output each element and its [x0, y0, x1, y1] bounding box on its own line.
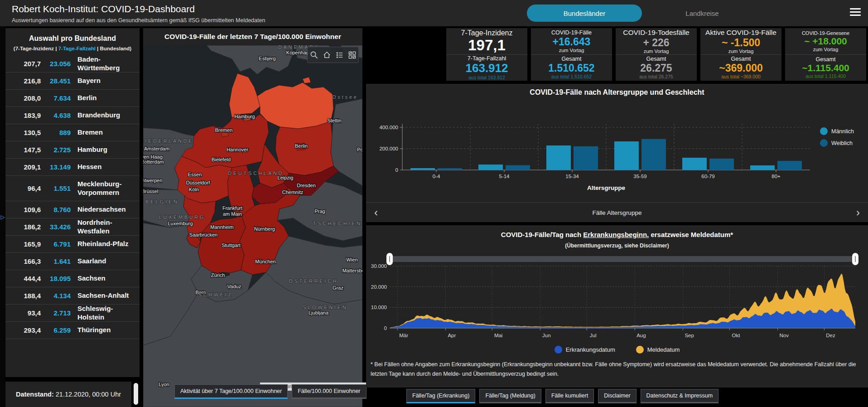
kpi-top-sub: zum Vortag — [531, 48, 612, 53]
svg-text:400.000: 400.000 — [379, 125, 398, 130]
state-row[interactable]: 444,418.095Sachsen — [5, 270, 140, 287]
bar-maennlich-15-34[interactable] — [546, 145, 571, 170]
kpi-card-2[interactable]: COVID-19-Fälle+16.643zum VortagGesamt1.5… — [531, 28, 612, 81]
map-tab-1[interactable]: Aktivität über 7 Tage/100.000 Einwohner — [174, 384, 288, 399]
map-label: Dresden — [297, 183, 316, 188]
state-row[interactable]: 216,828.451Bayern — [5, 73, 140, 90]
sidebar-scrollbar[interactable] — [134, 383, 138, 405]
state-row[interactable]: 109,68.760Niedersachsen — [5, 201, 140, 218]
state-inzidenz: 444,4 — [7, 275, 41, 282]
state-row[interactable]: 207,723.056Baden-Württemberg — [5, 55, 140, 73]
kpi-card-5[interactable]: COVID-19-Genesene~ +18.000zum VortagGesa… — [785, 28, 866, 81]
map-label: DEUTSCHLAND — [228, 170, 284, 176]
state-fallzahl: 33.426 — [41, 223, 71, 231]
map-label: Esbjerg — [259, 56, 275, 61]
toggle-landkreise[interactable]: Landkreise — [661, 5, 743, 22]
datenstand-value: 21.12.2020, 00:00 Uhr — [54, 391, 121, 398]
age-chart-pager: ‹ Fälle Altersgruppe › — [366, 202, 868, 223]
map-label: Ostsee — [332, 94, 358, 100]
kpi-bottom-sub: aus total 1.115.400 — [785, 73, 866, 79]
sidebar-title: Auswahl pro Bundesland — [5, 28, 140, 43]
kpi-card-4[interactable]: Aktive COVID-19-Fälle~ -1.500zum VortagG… — [700, 28, 781, 81]
svg-text:Okt: Okt — [732, 333, 740, 338]
state-row[interactable]: 165,96.791Rheinland-Pfalz — [5, 236, 140, 253]
kpi-bottom-label: Gesamt — [616, 56, 697, 62]
bar-maennlich-0-4[interactable] — [410, 168, 435, 170]
state-name: Niedersachsen — [77, 205, 138, 214]
search-icon[interactable] — [310, 51, 318, 59]
map-state-mecklenburg-vorpommern[interactable] — [257, 82, 333, 129]
map-label: Essen — [188, 172, 202, 177]
state-row[interactable]: 293,46.259Thüringen — [5, 322, 140, 339]
map-label: SLOWENIEN — [303, 305, 347, 310]
bar-weiblich-35-59[interactable] — [641, 139, 666, 170]
state-row[interactable]: 93,42.713Schleswig-Holstein — [5, 305, 140, 322]
map-label: Leipzig — [278, 175, 294, 180]
state-inzidenz: 207,7 — [7, 60, 41, 68]
kpi-card-1[interactable]: 7-Tage-Inzidenz197,17-Tage-Fallzahl163.9… — [446, 28, 527, 81]
bar-weiblich-60-79[interactable] — [709, 159, 734, 170]
svg-text:200.000: 200.000 — [379, 146, 398, 151]
bottom-tab-5[interactable]: Datenschutz & Impressum — [641, 389, 719, 403]
state-row[interactable]: 130,5889Bremen — [5, 124, 140, 141]
state-inzidenz: 93,4 — [7, 309, 41, 317]
toggle-bundeslaender[interactable]: Bundesländer — [527, 5, 642, 22]
svg-text:Aug: Aug — [637, 333, 646, 338]
bottom-tab-4[interactable]: Disclaimer — [598, 389, 636, 403]
bottom-tab-1[interactable]: Fälle/Tag (Erkrankung) — [406, 389, 475, 403]
bottom-tab-2[interactable]: Fälle/Tag (Meldung) — [479, 389, 541, 403]
state-row[interactable]: 186,233.426Nordrhein-Westfalen — [5, 218, 140, 236]
svg-text:Dez: Dez — [826, 333, 835, 338]
map-label: Wien — [346, 257, 357, 262]
bottom-tab-3[interactable]: Fälle kumuliert — [545, 389, 594, 403]
kpi-bottom-label: Gesamt — [531, 56, 612, 62]
kpi-top-value: ~ -1.500 — [700, 37, 781, 48]
state-row[interactable]: 208,07.634Berlin — [5, 90, 140, 107]
state-inzidenz: 208,0 — [7, 94, 41, 102]
map-label: LUXEMBURG — [159, 214, 206, 220]
panel-expander-chevron-icon[interactable]: ▷ — [0, 212, 5, 222]
map-label: Vaduz — [227, 284, 241, 289]
bar-weiblich-15-34[interactable] — [574, 146, 598, 170]
state-row[interactable]: 209,113.149Hessen — [5, 159, 140, 176]
svg-text:20.000: 20.000 — [371, 284, 387, 290]
svg-text:Jul: Jul — [590, 333, 597, 338]
state-name: Sachsen — [77, 274, 138, 283]
kpi-top: COVID-19-Fälle+16.643zum Vortag — [531, 28, 612, 54]
legend-label: Meldedatum — [647, 346, 680, 353]
state-row[interactable]: 147,52.725Hamburg — [5, 141, 140, 159]
state-fallzahl: 23.056 — [41, 60, 71, 68]
menu-hamburger-icon[interactable] — [850, 8, 861, 17]
bar-weiblich-5-14[interactable] — [506, 165, 530, 170]
header: Robert Koch-Institut: COVID-19-Dashboard… — [0, 0, 868, 26]
state-row[interactable]: 96,41.551Mecklenburg-Vorpommern — [5, 176, 140, 201]
state-row[interactable]: 188,44.134Sachsen-Anhalt — [5, 287, 140, 305]
pager-right-chevron-icon[interactable]: › — [848, 204, 868, 222]
map-label: Po — [357, 147, 362, 152]
legend-icon[interactable] — [335, 51, 344, 59]
bar-maennlich-35-59[interactable] — [614, 141, 639, 170]
erkrankungsdatum-area[interactable] — [390, 309, 855, 328]
pager-left-chevron-icon[interactable]: ‹ — [366, 204, 386, 222]
kpi-card-3[interactable]: COVID-19-Todesfälle+ 226zum VortagGesamt… — [616, 28, 697, 81]
bar-maennlich-60-79[interactable] — [682, 158, 707, 170]
kpi-bottom: Gesamt1.510.652aus total 1.510.652 — [531, 54, 612, 81]
state-row[interactable]: 166,31.641Saarland — [5, 253, 140, 270]
map-tab-2[interactable]: Fälle/100.000 Einwohner — [292, 384, 366, 399]
bar-weiblich-80+[interactable] — [777, 161, 802, 170]
bar-maennlich-5-14[interactable] — [478, 165, 503, 170]
kpi-title: COVID-19-Fälle — [531, 29, 612, 36]
map-label: Chemnitz — [282, 189, 303, 195]
kpi-bottom: Gesamt~1.115.400aus total 1.115.400 — [785, 54, 866, 81]
svg-text:30.000: 30.000 — [371, 263, 387, 269]
svg-text:15-34: 15-34 — [565, 174, 579, 179]
svg-text:Mai: Mai — [494, 333, 503, 338]
map-canvas[interactable]: DÄNEMARKKopenhagenEsbjergOstseeStettinPo… — [143, 45, 362, 407]
state-list: 207,723.056Baden-Württemberg216,828.451B… — [5, 55, 140, 339]
state-row[interactable]: 183,94.638Brandenburg — [5, 107, 140, 124]
home-icon[interactable] — [323, 51, 331, 59]
kpi-top-sub: zum Vortag — [785, 47, 866, 52]
bar-maennlich-80+[interactable] — [750, 165, 775, 170]
bar-weiblich-0-4[interactable] — [438, 168, 462, 170]
basemap-grid-icon[interactable] — [348, 51, 357, 59]
